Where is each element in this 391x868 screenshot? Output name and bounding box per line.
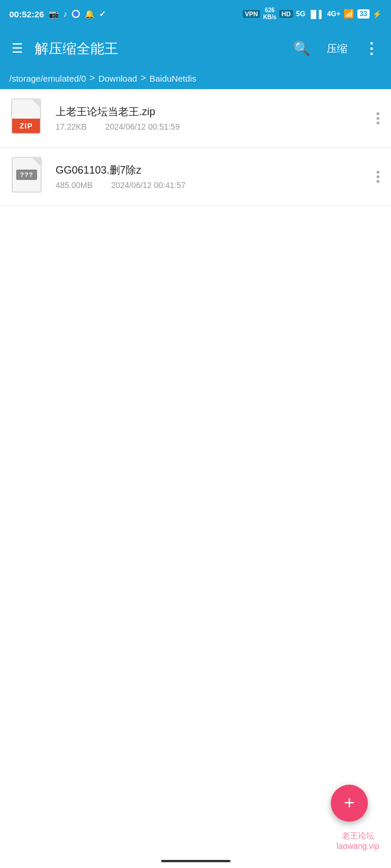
zip-file-body: ZIP <box>11 98 41 134</box>
watermark: 老王论坛 laowang.vip <box>337 831 379 851</box>
4g-icon: 4G+ <box>327 10 341 18</box>
file-item-2[interactable]: ??? GG061103.删7除z 485.00MB 2024/06/12 00… <box>0 148 391 206</box>
file-more-button-2[interactable] <box>374 166 382 187</box>
file-item-1[interactable]: ZIP 上老王论坛当老王.zip 17.22KB 2024/06/12 00:5… <box>0 89 391 148</box>
breadcrumb: /storage/emulated/0 > Download > BaiduNe… <box>0 69 391 89</box>
5g-icon: 5G <box>296 10 305 18</box>
circle-icon <box>72 10 80 18</box>
watermark-line1: 老王论坛 <box>337 831 379 841</box>
file-size-1: 17.22KB <box>56 122 87 131</box>
status-left: 00:52:26 📷 ♪ 🔔 ✓ <box>9 9 106 19</box>
breadcrumb-current: BaiduNetdis <box>149 73 196 83</box>
bottom-nav-bar <box>0 854 391 868</box>
file-more-button-1[interactable] <box>374 108 382 129</box>
zip-file-icon: ZIP <box>11 98 45 138</box>
breadcrumb-root[interactable]: /storage/emulated/0 <box>9 73 86 83</box>
zip-file-corner <box>32 100 40 108</box>
hd-badge: HD <box>279 10 293 18</box>
menu-button[interactable]: ☰ <box>9 39 25 58</box>
camera-icon: 📷 <box>49 9 59 19</box>
breadcrumb-sep-2: > <box>141 73 146 83</box>
wifi-icon: 📶 <box>344 9 355 19</box>
battery-indicator: 33 <box>357 9 370 19</box>
file-icon-unknown: ??? <box>9 156 46 197</box>
file-date-2: 2024/06/12 00:41:57 <box>111 181 185 190</box>
more-button[interactable]: ⋮ <box>361 38 382 60</box>
search-button[interactable]: 🔍 <box>291 38 313 59</box>
zip-badge: ZIP <box>12 119 40 133</box>
tiktok-icon: ♪ <box>63 9 67 19</box>
speed-indicator: 626KB/s <box>263 7 276 21</box>
file-meta-2: 485.00MB 2024/06/12 00:41:57 <box>56 181 374 190</box>
watermark-line2: laowang.vip <box>337 841 379 851</box>
breadcrumb-sep-1: > <box>90 73 95 83</box>
file-info-2: GG061103.删7除z 485.00MB 2024/06/12 00:41:… <box>56 163 374 190</box>
vpn-badge: VPN <box>243 10 261 18</box>
app-title: 解压缩全能王 <box>35 39 282 58</box>
file-name-1: 上老王论坛当老王.zip <box>56 105 374 119</box>
signal-bars: ▐▌▌ <box>308 10 324 19</box>
file-meta-1: 17.22KB 2024/06/12 00:51:59 <box>56 122 374 131</box>
bell-icon: 🔔 <box>85 9 94 19</box>
fab-add-button[interactable]: + <box>331 785 368 822</box>
breadcrumb-download[interactable]: Download <box>98 73 137 83</box>
file-date-1: 2024/06/12 00:51:59 <box>105 122 180 131</box>
file-size-2: 485.00MB <box>56 181 93 190</box>
app-bar: ☰ 解压缩全能王 🔍 压缩 ⋮ <box>0 28 391 69</box>
unknown-file-icon: ??? <box>12 157 44 196</box>
unknown-badge: ??? <box>16 170 36 180</box>
file-info-1: 上老王论坛当老王.zip 17.22KB 2024/06/12 00:51:59 <box>56 105 374 131</box>
status-bar: 00:52:26 📷 ♪ 🔔 ✓ VPN 626KB/s HD 5G ▐▌▌ 4… <box>0 0 391 28</box>
fab-plus-icon: + <box>344 793 355 812</box>
charging-icon: ⚡ <box>372 10 382 19</box>
file-name-2: GG061103.删7除z <box>56 163 374 177</box>
check-icon: ✓ <box>99 9 106 19</box>
unknown-file-body: ??? <box>12 157 42 193</box>
file-list: ZIP 上老王论坛当老王.zip 17.22KB 2024/06/12 00:5… <box>0 89 391 206</box>
compress-button[interactable]: 压缩 <box>322 39 352 58</box>
file-icon-zip: ZIP <box>9 97 46 139</box>
status-right: VPN 626KB/s HD 5G ▐▌▌ 4G+ 📶 33 ⚡ <box>243 7 382 21</box>
status-time: 00:52:26 <box>9 9 44 19</box>
home-indicator <box>161 860 231 862</box>
